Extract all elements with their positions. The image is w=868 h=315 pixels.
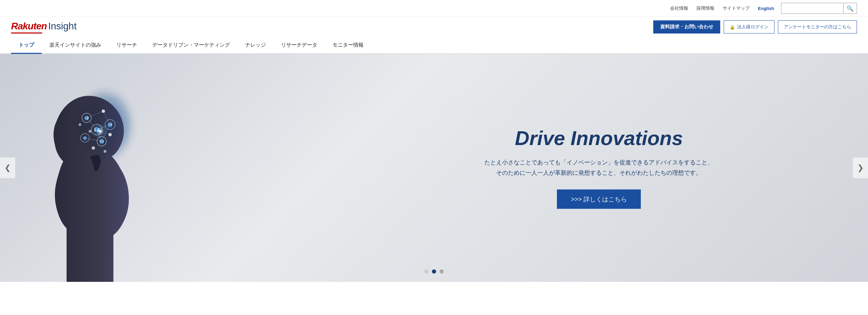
- svg-point-11: [89, 130, 91, 133]
- hero-title: Drive Innovations: [373, 127, 824, 149]
- nav-link-knowledge[interactable]: ナレッジ: [238, 37, 273, 53]
- nav-item-research: リサーチ: [109, 37, 145, 53]
- search-button[interactable]: 🔍: [843, 3, 857, 14]
- recruitment-link[interactable]: 採用情報: [696, 5, 714, 11]
- nav-item-monitor: モニター情報: [325, 37, 371, 53]
- nav-link-top[interactable]: トップ: [11, 37, 42, 53]
- sitemap-link[interactable]: サイトマップ: [723, 5, 750, 11]
- hero-section: ❮: [0, 54, 868, 282]
- nav-item-top: トップ: [11, 37, 42, 53]
- nav-link-research-data[interactable]: リサーチデータ: [273, 37, 325, 53]
- logo-underline: [11, 32, 42, 34]
- logo-insight: Insight: [48, 21, 77, 32]
- login-label: 法人様ログイン: [737, 24, 769, 30]
- arrow-left-icon: ❮: [4, 163, 11, 172]
- logo-rakuten: Rakuten: [11, 21, 47, 32]
- nav-link-data-driven[interactable]: データドリブン・マーケティング: [145, 37, 238, 53]
- nav-link-monitor[interactable]: モニター情報: [325, 37, 371, 53]
- arrow-right-icon: ❯: [857, 163, 864, 172]
- nav-item-data-driven: データドリブン・マーケティング: [145, 37, 238, 53]
- silhouette-svg: 👤 👤 👤 👤 👤: [10, 68, 183, 282]
- hero-dots: [424, 269, 444, 274]
- svg-point-8: [91, 146, 95, 150]
- nav-link-strength[interactable]: 楽天インサイトの強み: [42, 37, 109, 53]
- hero-prev-button[interactable]: ❮: [0, 158, 15, 178]
- main-nav: トップ 楽天インサイトの強み リサーチ データドリブン・マーケティング ナレッジ…: [0, 37, 868, 54]
- svg-point-31: [93, 125, 107, 138]
- svg-point-9: [104, 150, 106, 153]
- logo-link[interactable]: RakutenInsight: [11, 21, 77, 32]
- hero-content: Drive Innovations たとえ小さなことであっても「イノベーション」…: [373, 127, 824, 209]
- english-link[interactable]: English: [758, 6, 774, 11]
- contact-button[interactable]: 資料請求・お問い合わせ: [653, 20, 720, 34]
- top-bar: 会社情報 採用情報 サイトマップ English 🔍: [0, 0, 868, 17]
- nav-item-knowledge: ナレッジ: [238, 37, 273, 53]
- hero-dot-3[interactable]: [440, 269, 444, 274]
- nav-link-research[interactable]: リサーチ: [109, 37, 145, 53]
- hero-dot-1[interactable]: [424, 269, 428, 274]
- header: RakutenInsight 資料請求・お問い合わせ 🔒 法人様ログイン アンケ…: [0, 17, 868, 37]
- search-input[interactable]: [781, 3, 843, 14]
- header-buttons: 資料請求・お問い合わせ 🔒 法人様ログイン アンケートモニターの方はこちら: [653, 20, 857, 34]
- nav-item-strength: 楽天インサイトの強み: [42, 37, 109, 53]
- svg-text:👤: 👤: [99, 139, 104, 144]
- lock-icon: 🔒: [730, 25, 735, 30]
- svg-point-7: [108, 133, 112, 136]
- nav-item-research-data: リサーチデータ: [273, 37, 325, 53]
- login-button[interactable]: 🔒 法人様ログイン: [724, 20, 774, 34]
- monitor-button[interactable]: アンケートモニターの方はこちら: [778, 20, 857, 34]
- hero-cta-button[interactable]: >>> 詳しくはこちら: [557, 189, 641, 209]
- top-bar-links: 会社情報 採用情報 サイトマップ English: [670, 5, 774, 11]
- logo-area: RakutenInsight: [11, 21, 77, 34]
- company-info-link[interactable]: 会社情報: [670, 5, 688, 11]
- svg-point-10: [79, 123, 81, 126]
- hero-dot-2[interactable]: [432, 269, 436, 274]
- hero-next-button[interactable]: ❯: [853, 158, 868, 178]
- search-form: 🔍: [781, 3, 857, 14]
- search-icon: 🔍: [847, 5, 853, 12]
- hero-subtitle: たとえ小さなことであっても「イノベーション」を促進できるアドバイスをすること、 …: [373, 157, 824, 178]
